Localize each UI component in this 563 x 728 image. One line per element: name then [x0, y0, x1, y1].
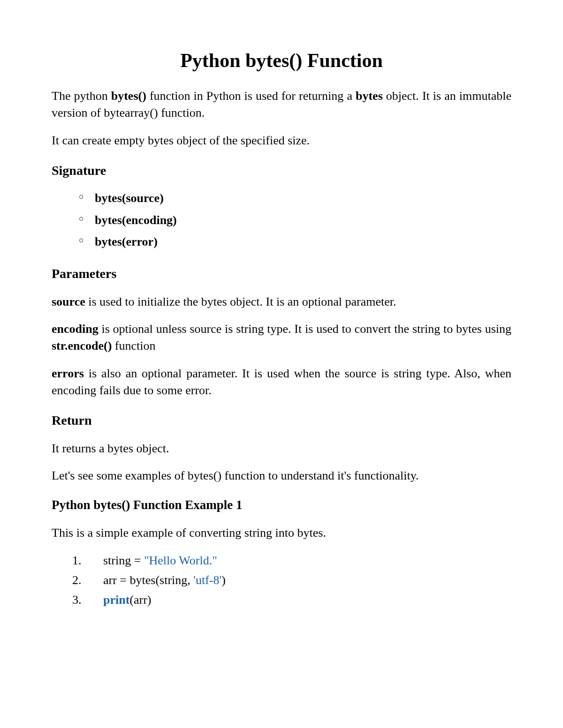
signature-item: bytes(encoding) — [79, 212, 511, 229]
code-string-literal: 'utf-8' — [193, 573, 221, 587]
code-text: ) — [221, 573, 226, 587]
signature-heading: Signature — [52, 161, 511, 180]
signature-list: bytes(source) bytes(encoding) bytes(erro… — [79, 190, 511, 250]
param-errors: errors is also an optional parameter. It… — [52, 365, 511, 399]
page-title: Python bytes() Function — [52, 47, 511, 75]
text-fragment: The python — [52, 89, 111, 103]
code-keyword-print: print — [103, 593, 129, 607]
text-bold-bytes-fn: bytes() — [111, 89, 146, 103]
code-block-example-1: string = "Hello World." arr = bytes(stri… — [38, 552, 511, 609]
param-encoding: encoding is optional unless source is st… — [52, 321, 511, 355]
return-paragraph-1: It returns a bytes object. — [52, 440, 511, 457]
text-fragment: function — [112, 339, 155, 353]
code-text: string = — [103, 554, 144, 567]
return-heading: Return — [52, 411, 511, 429]
signature-item: bytes(source) — [79, 190, 511, 207]
code-line: print(arr) — [84, 592, 511, 608]
parameters-heading: Parameters — [52, 264, 511, 283]
text-fragment: function in Python is used for returning… — [146, 89, 356, 103]
code-string-literal: "Hello World." — [144, 554, 217, 567]
param-name-encoding: encoding — [52, 322, 99, 336]
intro-paragraph-1: The python bytes() function in Python is… — [52, 88, 511, 122]
text-fragment: is also an optional parameter. It is use… — [52, 367, 511, 397]
code-text: (arr) — [129, 593, 151, 607]
code-line: string = "Hello World." — [84, 552, 511, 569]
text-bold-bytes: bytes — [356, 89, 383, 103]
text-fragment: is optional unless source is string type… — [99, 322, 511, 336]
signature-item: bytes(error) — [79, 233, 511, 250]
text-fragment: is used to initialize the bytes object. … — [85, 295, 396, 308]
param-name-errors: errors — [52, 367, 84, 380]
text-bold-str-encode: str.encode() — [52, 339, 112, 353]
param-name-source: source — [52, 295, 85, 308]
example-1-heading: Python bytes() Function Example 1 — [52, 496, 511, 514]
example-1-desc: This is a simple example of converting s… — [52, 525, 511, 541]
intro-paragraph-2: It can create empty bytes object of the … — [52, 132, 511, 149]
return-paragraph-2: Let's see some examples of bytes() funct… — [52, 467, 511, 484]
code-line: arr = bytes(string, 'utf-8') — [84, 572, 511, 589]
code-text: arr = bytes(string, — [103, 573, 193, 587]
param-source: source is used to initialize the bytes o… — [52, 293, 511, 310]
